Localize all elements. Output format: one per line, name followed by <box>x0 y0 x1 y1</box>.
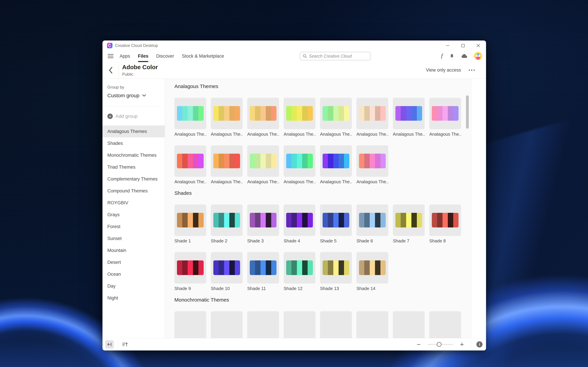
page-subtitle: Public <box>122 72 158 77</box>
theme-card[interactable]: Shade 10 <box>211 252 243 291</box>
zoom-slider[interactable] <box>427 342 453 347</box>
sidebar-item-complementary-themes[interactable]: Complementary Themes <box>102 173 165 185</box>
theme-card[interactable]: Shade 5 <box>320 204 352 244</box>
theme-card-placeholder[interactable] <box>393 311 425 338</box>
nav-item-files[interactable]: Files <box>138 50 149 62</box>
palette-swatch-strip <box>177 260 204 275</box>
theme-card[interactable]: Analagous The... <box>320 98 352 137</box>
scrollbar-thumb[interactable] <box>466 95 469 129</box>
back-button[interactable] <box>102 62 119 79</box>
palette-swatch-strip <box>395 213 422 227</box>
theme-card[interactable]: Shade 8 <box>429 204 461 244</box>
nav-item-stock-marketplace[interactable]: Stock & Marketplace <box>182 50 224 62</box>
color-swatch <box>213 260 219 275</box>
sidebar-item-ocean[interactable]: Ocean <box>102 268 165 280</box>
zoom-out-button[interactable]: − <box>415 341 422 348</box>
search-input[interactable] <box>309 54 368 59</box>
add-group-button[interactable]: + Add group <box>102 114 165 119</box>
theme-card[interactable]: Shade 13 <box>320 252 352 291</box>
maximize-button[interactable] <box>460 43 466 48</box>
sidebar-item-roygbiv[interactable]: ROYGBIV <box>102 197 165 209</box>
sidebar-item-shades[interactable]: Shades <box>102 137 165 149</box>
theme-card[interactable]: Shade 6 <box>357 204 388 244</box>
theme-card[interactable]: Analagous The... <box>247 145 279 184</box>
theme-card[interactable]: Shade 14 <box>357 252 388 291</box>
theme-card[interactable]: Shade 3 <box>247 204 279 244</box>
color-swatch <box>364 106 370 121</box>
nav-item-discover[interactable]: Discover <box>156 50 174 62</box>
theme-card[interactable]: Analagous The... <box>429 98 461 137</box>
sidebar-item-monochromatic-themes[interactable]: Monochromatic Themes <box>102 149 165 161</box>
theme-card[interactable]: Shade 7 <box>393 204 425 244</box>
theme-card[interactable]: Shade 1 <box>174 204 206 244</box>
info-button[interactable]: i <box>476 341 483 347</box>
zoom-in-button[interactable]: + <box>459 341 465 348</box>
theme-card[interactable]: Shade 12 <box>284 252 315 291</box>
color-swatch <box>286 154 291 168</box>
sidebar-item-mountain[interactable]: Mountain <box>102 244 165 256</box>
card-label: Shade 2 <box>211 238 243 244</box>
sidebar-item-day[interactable]: Day <box>102 280 165 292</box>
footer-divider <box>118 341 118 348</box>
sidebar-item-analagous-themes[interactable]: Analagous Themes <box>102 125 165 137</box>
color-swatch <box>297 106 302 121</box>
card-label: Analagous The... <box>429 132 461 137</box>
theme-card[interactable]: Shade 4 <box>284 204 315 244</box>
theme-card[interactable]: Analagous The... <box>393 98 425 137</box>
color-swatch <box>411 106 417 121</box>
sort-button[interactable] <box>122 342 128 347</box>
group-by-dropdown[interactable]: Custom group <box>102 93 165 98</box>
sidebar-item-sunset[interactable]: Sunset <box>102 233 165 244</box>
sidebar-item-desert[interactable]: Desert <box>102 256 165 268</box>
adobe-fonts-icon[interactable]: f <box>441 53 443 59</box>
theme-card[interactable]: Shade 2 <box>211 204 243 244</box>
notifications-bell-icon[interactable] <box>449 53 455 59</box>
theme-card-placeholder[interactable] <box>247 311 279 338</box>
theme-card-placeholder[interactable] <box>357 311 388 338</box>
theme-card-placeholder[interactable] <box>429 311 461 338</box>
theme-card[interactable]: Analagous The... <box>284 98 315 137</box>
sidebar-item-triad-themes[interactable]: Triad Themes <box>102 161 165 173</box>
theme-card[interactable]: Analagous The... <box>357 98 388 137</box>
theme-card[interactable]: Analagous The... <box>320 145 352 184</box>
theme-card[interactable]: Analagous The... <box>211 98 243 137</box>
card-thumbnail <box>320 145 352 177</box>
collapse-sidebar-button[interactable] <box>105 340 114 349</box>
sidebar-item-compound-themes[interactable]: Compound Themes <box>102 185 165 197</box>
card-label: Shade 4 <box>284 238 315 244</box>
theme-card-placeholder[interactable] <box>174 311 206 338</box>
theme-card-placeholder[interactable] <box>320 311 352 338</box>
more-options-icon[interactable]: ••• <box>469 67 476 73</box>
theme-card[interactable]: Shade 11 <box>247 252 279 291</box>
theme-card[interactable]: Analagous The... <box>211 145 243 184</box>
close-button[interactable] <box>476 43 481 48</box>
theme-card[interactable]: Analagous The... <box>284 145 315 184</box>
cloud-sync-icon[interactable] <box>461 54 468 59</box>
sidebar-item-grays[interactable]: Grays <box>102 209 165 221</box>
plus-icon: + <box>107 114 113 119</box>
theme-card[interactable]: Analagous The... <box>357 145 388 184</box>
nav-item-apps[interactable]: Apps <box>119 50 130 62</box>
color-swatch <box>333 213 339 227</box>
theme-card[interactable]: Analagous The... <box>247 98 279 137</box>
sidebar-item-night[interactable]: Night <box>102 292 165 304</box>
group-by-label: Group by <box>102 85 165 90</box>
card-label: Analagous The... <box>284 132 315 137</box>
body-row: Group by Custom group + Add group Analag… <box>102 79 486 338</box>
hamburger-menu-icon[interactable] <box>108 54 113 58</box>
theme-card-placeholder[interactable] <box>211 311 243 338</box>
theme-card[interactable]: Analagous The... <box>174 145 206 184</box>
card-label: Shade 9 <box>174 286 206 291</box>
search-box[interactable] <box>300 52 371 60</box>
zoom-slider-knob[interactable] <box>437 342 442 347</box>
sidebar-item-forest[interactable]: Forest <box>102 221 165 233</box>
palette-swatch-strip <box>177 106 204 121</box>
theme-card[interactable]: Analagous The... <box>174 98 206 137</box>
color-swatch <box>443 106 448 121</box>
color-swatch <box>339 260 344 275</box>
theme-card[interactable]: Shade 9 <box>174 252 206 291</box>
minimize-button[interactable] <box>445 43 450 48</box>
theme-card-placeholder[interactable] <box>284 311 315 338</box>
account-avatar[interactable] <box>474 52 482 60</box>
card-thumbnail <box>320 98 352 129</box>
